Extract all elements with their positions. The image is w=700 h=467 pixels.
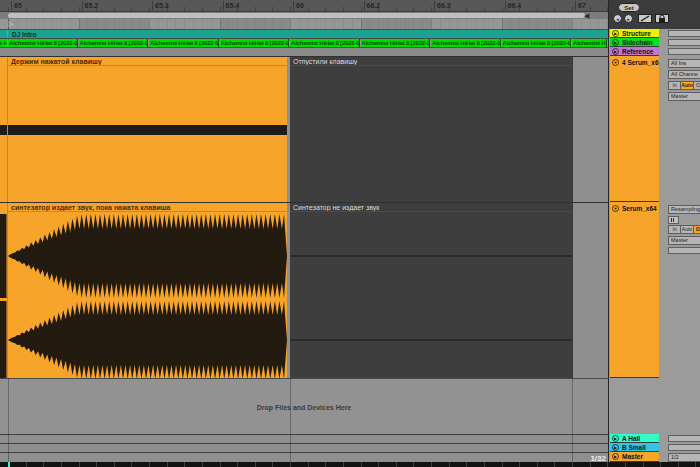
- ruler-label: 66: [293, 1, 304, 10]
- bar-line: [290, 378, 291, 462]
- serum4-input-type-chooser[interactable]: All Ins▼: [668, 59, 700, 68]
- input-meter: [668, 216, 679, 224]
- empty-lane-area[interactable]: [572, 203, 608, 379]
- track-fold-icon[interactable]: ▶: [612, 435, 619, 442]
- prev-locator-button[interactable]: ◂: [613, 14, 622, 23]
- clip-remnant[interactable]: [0, 203, 7, 379]
- lock-icon: [656, 15, 668, 22]
- track-fold-icon[interactable]: ▶: [612, 39, 619, 46]
- midi-clip-released[interactable]: Отпустили клавишу: [290, 57, 572, 203]
- track-name: B Small: [622, 444, 646, 451]
- ruler-label: 65.4: [223, 1, 240, 10]
- clip-title: Держим нажатой клавишу: [8, 57, 287, 66]
- midi-clip-held[interactable]: Держим нажатой клавишу: [8, 57, 287, 203]
- track-name: Reference: [622, 48, 653, 55]
- monitor-auto-button[interactable]: Auto: [681, 81, 693, 90]
- monitor-in-button[interactable]: In: [668, 81, 681, 90]
- serum4-track-lane: Держим нажатой клавишу Отпустили клавишу: [0, 56, 608, 202]
- track-fold-icon[interactable]: ▶: [612, 453, 619, 460]
- track-name: 4 Serum_x64: [622, 59, 659, 66]
- track-fold-icon[interactable]: ▼: [612, 205, 619, 212]
- drop-zone-label: Drop Files and Devices Here: [0, 404, 608, 411]
- track-name: Master: [622, 453, 643, 460]
- ableton-arrangement-view: 6565.265.365.46666.266.366.467 ◀ ▷ DJ In…: [0, 0, 700, 467]
- track-fold-icon[interactable]: ▶: [612, 30, 619, 37]
- track-header-master[interactable]: ▶ Master: [610, 452, 659, 462]
- bar-line: [572, 378, 573, 462]
- monitor-off-button[interactable]: Off: [694, 225, 700, 234]
- reference-track-lane[interactable]: [0, 47, 608, 56]
- lock-envelopes-button[interactable]: [655, 14, 669, 23]
- audio-clip-silent[interactable]: Синтезатор не издает звук: [290, 203, 572, 379]
- track-header-sidechain[interactable]: ▶ Sidechain: [610, 38, 659, 47]
- clip-title: Синтезатор не издает звук: [290, 203, 572, 212]
- bsmall-volume-box[interactable]: [668, 444, 700, 451]
- silence-line: [290, 255, 572, 257]
- track-header-structure[interactable]: ▶ Structure: [610, 29, 659, 38]
- serum4-input-channel-chooser[interactable]: All Channe▼: [668, 70, 700, 79]
- panel-corner: Set ◂ ▸: [609, 0, 700, 29]
- scrub-area[interactable]: ▷: [0, 19, 608, 29]
- beat-time-ruler[interactable]: 6565.265.365.46666.266.366.467: [0, 0, 608, 12]
- drop-files-zone[interactable]: Drop Files and Devices Here: [0, 378, 608, 434]
- structure-track-lane: DJ Intro: [0, 29, 608, 38]
- track-header-ahall[interactable]: ▶ A Hall: [610, 434, 659, 443]
- serum-input-type-chooser[interactable]: Resampling▼: [668, 205, 700, 214]
- track-name: A Hall: [622, 435, 640, 442]
- sidechain-clip-row: t H Alchemist HiHat 8 [2022-03Alchemist …: [0, 38, 608, 47]
- monitor-in-button[interactable]: In: [668, 225, 681, 234]
- track-header-serum[interactable]: ▼ Serum_x64: [610, 202, 659, 378]
- track-header-serum4[interactable]: ▼ 4 Serum_x64: [610, 56, 659, 202]
- serum4-output-chooser[interactable]: Master▼: [668, 92, 700, 101]
- midi-note[interactable]: [8, 125, 287, 135]
- track-name: Structure: [622, 30, 651, 37]
- ahall-track-lane[interactable]: [0, 434, 608, 443]
- pencil-line-icon: [639, 15, 651, 22]
- serum-monitor-buttons: In Auto Off: [668, 225, 700, 234]
- track-header-bsmall[interactable]: ▶ B Small: [610, 443, 659, 452]
- track-name: Serum_x64: [622, 205, 657, 212]
- mixer-column: All Ins▼ All Channe▼ In Auto Off Master▼…: [659, 29, 700, 462]
- track-fold-icon[interactable]: ▼: [612, 59, 619, 66]
- bar-line: [8, 19, 9, 29]
- next-locator-button[interactable]: ▸: [624, 14, 633, 23]
- bsmall-track-lane[interactable]: [0, 443, 608, 452]
- cue-tick: [8, 462, 10, 467]
- horizontal-scroll-track[interactable]: ◀: [0, 12, 608, 19]
- ruler-label: 65.2: [82, 1, 99, 10]
- scroll-handle-end-icon: ◀: [584, 12, 592, 19]
- empty-lane-area[interactable]: [572, 57, 608, 203]
- bottom-tick-bar: [0, 462, 700, 467]
- track-fold-icon[interactable]: ▶: [612, 48, 619, 55]
- track-fold-icon[interactable]: ▶: [612, 444, 619, 451]
- ruler-label: 65.3: [152, 1, 169, 10]
- serum-output-chooser[interactable]: Master▼: [668, 236, 700, 245]
- serum-track-lane: синтезатор издает звук, пока нажата клав…: [0, 202, 608, 378]
- master-cue-out-chooser[interactable]: 1/2▼: [668, 453, 700, 462]
- horizontal-scroll-handle[interactable]: [8, 13, 585, 18]
- track-name: Sidechain: [622, 39, 653, 46]
- ahall-volume-box[interactable]: [668, 435, 700, 442]
- arrangement-area: 6565.265.365.46666.266.366.467 ◀ ▷ DJ In…: [0, 0, 608, 467]
- reference-volume-box[interactable]: [668, 48, 700, 55]
- ruler-label: 65: [11, 1, 22, 10]
- clip-title: Отпустили клавишу: [290, 57, 572, 66]
- midi-note-remnant: [0, 125, 7, 135]
- ruler-label: 66.4: [505, 1, 522, 10]
- track-header-panel: Set ◂ ▸ ▶ Structure ▶ Sidechain ▶ Refere…: [608, 0, 700, 467]
- track-header-reference[interactable]: ▶ Reference: [610, 47, 659, 56]
- monitor-off-button[interactable]: Off: [694, 81, 700, 90]
- draw-automation-button[interactable]: [638, 14, 652, 23]
- ruler-label: 66.3: [434, 1, 451, 10]
- serum-extra-box[interactable]: [668, 247, 700, 254]
- monitor-auto-button[interactable]: Auto: [681, 225, 693, 234]
- sidechain-volume-box[interactable]: [668, 39, 700, 46]
- set-locator-button[interactable]: Set: [618, 3, 640, 12]
- serum4-monitor-buttons: In Auto Off: [668, 81, 700, 90]
- master-track-lane[interactable]: 1/32: [0, 452, 608, 462]
- clip-title: синтезатор издает звук, пока нажата клав…: [8, 203, 287, 212]
- ruler-label: 66.2: [364, 1, 381, 10]
- audio-clip-sound[interactable]: синтезатор издает звук, пока нажата клав…: [8, 203, 287, 379]
- bar-line: [8, 378, 9, 462]
- structure-volume-box[interactable]: [668, 30, 700, 37]
